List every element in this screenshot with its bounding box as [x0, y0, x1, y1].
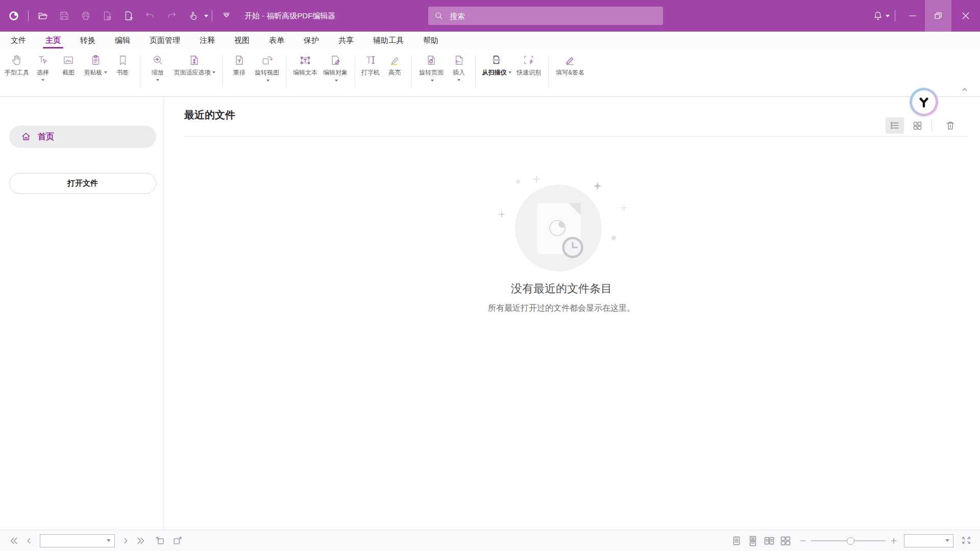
edit-object-button[interactable]: 编辑对象	[321, 49, 350, 96]
highlight-button[interactable]: 高亮	[383, 49, 406, 96]
page-number-combobox[interactable]	[40, 534, 115, 547]
close-button[interactable]	[951, 0, 980, 32]
from-scanner-button[interactable]: 从扫描仪	[481, 49, 512, 96]
tab-file[interactable]: 文件	[1, 32, 36, 49]
tab-share[interactable]: 共享	[329, 32, 363, 49]
search-input[interactable]	[449, 11, 657, 21]
dropdown-caret	[212, 71, 215, 73]
dropdown-caret	[335, 80, 338, 82]
zoom-slider-thumb[interactable]	[847, 537, 854, 545]
fill-sign-button[interactable]: 填写&签名	[554, 49, 586, 96]
zoom-slider[interactable]	[811, 537, 886, 544]
edit-text-icon	[299, 54, 312, 67]
fullscreen-button[interactable]	[961, 535, 972, 546]
titlebar-separator	[28, 10, 29, 21]
rotate-pages-button[interactable]: 旋转页面	[417, 49, 446, 96]
search-icon	[434, 11, 444, 20]
rotate-view-button[interactable]: 旋转视图	[253, 49, 281, 96]
facing-view-button[interactable]	[763, 535, 774, 546]
close-document-icon[interactable]	[101, 10, 113, 22]
touch-mode-caret[interactable]	[204, 15, 208, 17]
trident-logo-icon	[917, 95, 931, 109]
tab-protect[interactable]: 保护	[294, 32, 329, 49]
select-tool-button[interactable]: 选择	[32, 49, 54, 96]
sidebar-item-home[interactable]: 首页	[9, 126, 156, 148]
hand-tool-button[interactable]: 手型工具	[4, 49, 30, 96]
continuous-view-button[interactable]	[747, 535, 758, 546]
open-file-icon[interactable]	[37, 10, 49, 22]
page-fit-options-button[interactable]: 页面适应选项	[172, 49, 217, 96]
assistant-badge-inner	[912, 90, 936, 114]
page-combo-caret[interactable]	[107, 539, 111, 542]
empty-state-subtitle: 所有最近打开过的文件都会显示在这里。	[408, 303, 715, 314]
zoom-combo-caret[interactable]	[945, 539, 949, 542]
clipboard-button[interactable]: 剪贴板	[83, 49, 108, 96]
undo-icon[interactable]	[144, 10, 156, 22]
list-view-button[interactable]	[886, 117, 904, 134]
collapse-ribbon-icon[interactable]	[961, 86, 969, 93]
notification-caret[interactable]	[886, 15, 890, 17]
next-page-button[interactable]	[121, 536, 130, 545]
view-tools-separator	[932, 119, 932, 132]
facing-continuous-view-button[interactable]	[779, 535, 791, 546]
snapshot-button[interactable]: 截图	[56, 49, 81, 96]
page-number-input[interactable]	[40, 537, 107, 544]
next-view-button[interactable]	[172, 535, 183, 546]
bookmark-button[interactable]: 书签	[110, 49, 135, 96]
restore-button[interactable]	[925, 0, 951, 32]
zoom-level-combobox[interactable]	[904, 534, 953, 547]
tab-comment[interactable]: 注释	[190, 32, 225, 49]
page-navigation	[8, 530, 183, 551]
print-icon[interactable]	[80, 10, 92, 22]
edit-text-button[interactable]: 编辑文本	[291, 49, 319, 96]
insert-pages-button[interactable]: 插入	[448, 49, 470, 96]
search-box[interactable]	[428, 7, 663, 25]
tab-form[interactable]: 表单	[259, 32, 294, 49]
clear-recent-button[interactable]	[941, 117, 960, 134]
rotate-pages-icon	[425, 54, 438, 67]
fill-sign-icon	[564, 54, 577, 67]
tab-page-management[interactable]: 页面管理	[140, 32, 190, 49]
quick-access-toolbar: 开始 - 福昕高级PDF编辑器	[0, 10, 335, 22]
last-page-button[interactable]	[135, 535, 146, 546]
ocr-icon: OCR	[522, 54, 535, 67]
start-sidebar: 首页 打开文件	[0, 97, 164, 530]
open-file-button[interactable]: 打开文件	[9, 173, 156, 194]
zoom-out-button[interactable]	[799, 537, 807, 545]
insert-icon	[452, 54, 465, 67]
tab-home[interactable]: 主页	[36, 32, 70, 49]
tab-edit[interactable]: 编辑	[105, 32, 140, 49]
foxit-pdf-editor-window: 开始 - 福昕高级PDF编辑器 文件 主页	[0, 0, 980, 551]
dropdown-caret	[431, 80, 434, 82]
redo-icon[interactable]	[165, 10, 178, 22]
group-separator	[411, 55, 412, 88]
group-separator	[475, 55, 476, 88]
previous-view-button[interactable]	[155, 535, 166, 546]
create-pdf-icon[interactable]	[122, 10, 135, 22]
tab-help[interactable]: 帮助	[413, 32, 448, 49]
typewriter-button[interactable]: 打字机	[360, 49, 381, 96]
save-icon[interactable]	[58, 10, 70, 22]
first-page-button[interactable]	[8, 535, 19, 546]
tab-view[interactable]: 视图	[225, 32, 259, 49]
minimize-button[interactable]	[900, 0, 925, 32]
notification-bell-icon[interactable]	[872, 10, 884, 22]
reflow-button[interactable]: 重排	[228, 49, 251, 96]
ribbon-toolbar: 手型工具 选择 截图 剪贴板 书签 缩放 页面适应选项	[0, 49, 980, 97]
assistant-badge[interactable]	[910, 88, 938, 116]
dropdown-caret	[104, 71, 107, 73]
touch-mode-icon[interactable]	[187, 10, 199, 22]
prev-page-button[interactable]	[24, 536, 34, 545]
tab-convert[interactable]: 转换	[70, 32, 105, 49]
quick-ocr-button[interactable]: OCR 快速识别	[514, 49, 543, 96]
grid-view-button[interactable]	[908, 117, 926, 134]
sparkle-plus	[621, 205, 627, 211]
single-page-view-button[interactable]	[730, 535, 742, 546]
tab-accessibility[interactable]: 辅助工具	[363, 32, 413, 49]
zoom-level-input[interactable]	[904, 537, 945, 544]
ribbon-display-icon[interactable]	[220, 10, 233, 22]
titlebar-separator	[895, 10, 895, 21]
zoom-button[interactable]: 缩放	[145, 49, 170, 96]
zoom-in-button[interactable]	[890, 537, 898, 545]
home-label: 首页	[38, 132, 54, 142]
